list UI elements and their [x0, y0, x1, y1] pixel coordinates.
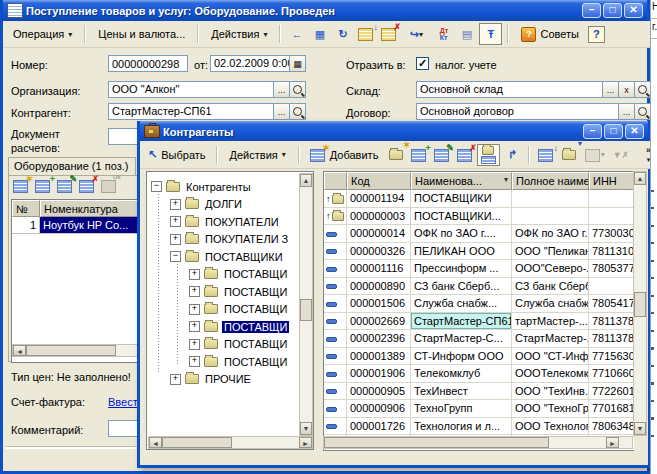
close-button[interactable]: ✕ — [624, 3, 643, 18]
delete-row-button[interactable]: ✗ — [79, 179, 95, 193]
reread-button[interactable]: ↻ — [332, 24, 353, 44]
tree-item[interactable]: +ПОСТАВЩИ — [148, 336, 298, 354]
tree-item[interactable]: −ПОСТАВЩИКИ — [148, 248, 298, 266]
close-button[interactable]: ✕ — [625, 124, 644, 139]
scroll-thumb[interactable] — [300, 299, 312, 321]
table-row[interactable]: 000002669СтартМастер-СП61тартМастер-...7… — [324, 313, 634, 331]
clear-filter-button[interactable]: ▼✗ — [610, 145, 631, 165]
main-titlebar[interactable]: Поступление товаров и услуг: Оборудовани… — [3, 0, 647, 21]
table-row[interactable]: 000001116Прессинформ ...ООО"Северо-...78… — [324, 260, 634, 278]
move-to-group-button[interactable]: ↱ — [502, 145, 523, 165]
tree-expander-icon[interactable]: + — [189, 269, 200, 280]
tips-button[interactable]: ? Советы — [514, 23, 585, 46]
warehouse-field[interactable]: Основной склад ... x — [416, 81, 651, 98]
set-time-button[interactable]: ▦ — [309, 24, 330, 44]
table-vscrollbar[interactable]: ▲ ▼ — [633, 171, 647, 436]
column-header-code[interactable]: Код — [347, 172, 411, 190]
contract-field[interactable]: Основной договор ... — [416, 103, 651, 120]
sort-button[interactable]: ↓ — [535, 145, 556, 165]
scroll-up-button[interactable]: ▲ — [634, 172, 646, 185]
column-header-fullname[interactable]: Полное наиме... — [512, 172, 589, 190]
ellipsis-button[interactable]: ... — [273, 82, 289, 97]
maximize-button[interactable]: □ — [604, 124, 623, 139]
table-row[interactable]: 000000014ОФК по ЗАО г....ОФК по ЗАО г...… — [324, 225, 634, 243]
copy-row-button[interactable]: + — [35, 179, 51, 193]
tree-expander-icon[interactable]: + — [170, 216, 181, 227]
add-row-button[interactable]: ✶ — [13, 179, 29, 193]
operation-menu-button[interactable]: Операция ▾ — [6, 24, 79, 44]
scroll-down-button[interactable]: ▼ — [634, 422, 646, 435]
scroll-thumb[interactable] — [26, 345, 116, 356]
tree-expander-icon[interactable]: + — [189, 304, 200, 315]
table-row[interactable]: 000000906ТехноГруппООО "ТехноГр...770168… — [324, 400, 634, 418]
table-row[interactable]: ↑000001194ПОСТАВЩИКИ — [324, 190, 634, 208]
open-button[interactable] — [634, 82, 650, 97]
scroll-left-button[interactable]: ◄ — [149, 437, 162, 448]
tree-item[interactable]: −Контрагенты — [148, 178, 298, 196]
tree-vscrollbar[interactable]: ▲ ▼ — [299, 173, 313, 436]
minimize-button[interactable]: – — [583, 124, 602, 139]
go-to-button[interactable]: ↪▾ — [401, 24, 431, 44]
open-button[interactable] — [289, 82, 305, 97]
table-row[interactable]: 000002396СтартМастер-С...СтартМастер-...… — [324, 330, 634, 348]
table-hscrollbar[interactable]: ► — [323, 436, 633, 449]
table-row[interactable]: 000000326ПЕЛИКАН ОООООО "Пеликан"7811310 — [324, 243, 634, 261]
ellipsis-button[interactable]: ... — [273, 104, 289, 119]
tree-expander-icon[interactable]: + — [170, 374, 181, 385]
tree-expander-icon[interactable]: + — [170, 234, 181, 245]
scroll-right-button[interactable]: ► — [606, 437, 619, 448]
tree-expander-icon[interactable]: + — [170, 199, 181, 210]
scroll-thumb[interactable] — [324, 437, 549, 448]
table-row[interactable]: 000000890СЗ банк Сберб...СЗ банк Сберб..… — [324, 278, 634, 296]
filter-by-folder-button[interactable]: ▼ — [558, 145, 579, 165]
tree-item[interactable]: +ПОСТАВЩИ — [148, 318, 298, 336]
tree-item[interactable]: +ПОКУПАТЕЛИ З — [148, 231, 298, 249]
dialog-titlebar[interactable]: Контрагенты – □ ✕ — [140, 121, 648, 142]
table-row[interactable]: ↑000000003ПОСТАВЩИКИ... — [324, 208, 634, 226]
saved-filters-button[interactable]: ▾ — [581, 145, 608, 165]
tree-hscrollbar[interactable]: ◄ ► — [148, 436, 313, 449]
open-button[interactable] — [634, 104, 650, 119]
scroll-down-button[interactable]: ▼ — [300, 422, 312, 435]
tree-expander-icon[interactable]: − — [151, 181, 162, 192]
column-header-name[interactable]: Наименова...▾ — [411, 172, 512, 190]
tree-expander-icon[interactable]: + — [189, 321, 200, 332]
column-header-inn[interactable]: ИНН — [589, 172, 634, 190]
calendar-button[interactable]: ▦ — [289, 56, 305, 71]
edit-button[interactable]: ✎ — [431, 145, 452, 165]
table-row[interactable]: 000001906ТелекомклубОООТелекомк...771066… — [324, 365, 634, 383]
ellipsis-button[interactable]: ... — [618, 104, 634, 119]
write-button[interactable]: ↓ — [355, 24, 376, 44]
tree-expander-icon[interactable]: + — [189, 339, 200, 350]
table-row[interactable]: 000001389СТ-Информ ОООООО "СТ-Инф...7715… — [324, 348, 634, 366]
table-row[interactable]: 000001506Служба снабж...Служба снабж...7… — [324, 295, 634, 313]
copy-button[interactable]: + — [408, 145, 429, 165]
tree-item[interactable]: +ПРОЧИЕ — [148, 371, 298, 389]
number-input[interactable] — [108, 55, 188, 72]
tree-item[interactable]: +ПОСТАВЩИ — [148, 283, 298, 301]
tree-expander-icon[interactable]: + — [189, 286, 200, 297]
dt-kt-button[interactable]: ДтКт — [433, 24, 454, 44]
prices-currency-button[interactable]: Цены и валюта... — [91, 24, 192, 44]
scroll-up-button[interactable]: ▲ — [300, 174, 312, 187]
tree-item[interactable]: +ПОКУПАТЕЛИ — [148, 213, 298, 231]
undo-posting-button[interactable]: ✗ — [378, 24, 399, 44]
scroll-left-button[interactable]: ◄ — [13, 345, 26, 356]
date-input[interactable]: 02.02.2009 0:00:14 ▦ — [210, 55, 306, 72]
minimize-button[interactable]: – — [582, 3, 601, 18]
table-row[interactable]: 000001726Технология и л...ООО Технолог..… — [324, 418, 634, 436]
tree-expander-icon[interactable]: − — [170, 251, 181, 262]
maximize-button[interactable]: □ — [603, 3, 622, 18]
help-button[interactable]: ? — [588, 26, 605, 43]
column-header-icon[interactable] — [324, 172, 347, 190]
tree-item[interactable]: +ПОСТАВЩИ — [148, 301, 298, 319]
open-button[interactable] — [289, 104, 305, 119]
posting-result-button[interactable]: ▤ — [456, 24, 477, 44]
actions-menu-button[interactable]: Действия ▾ — [204, 24, 274, 44]
column-header-number[interactable]: № — [12, 200, 40, 217]
scroll-thumb[interactable] — [634, 292, 646, 317]
tree-expander-icon[interactable]: + — [189, 356, 200, 367]
organization-field[interactable]: ООО "Алкон" ... — [108, 81, 306, 98]
select-button[interactable]: ↖ Выбрать — [143, 144, 211, 165]
clear-button[interactable]: x — [618, 82, 634, 97]
